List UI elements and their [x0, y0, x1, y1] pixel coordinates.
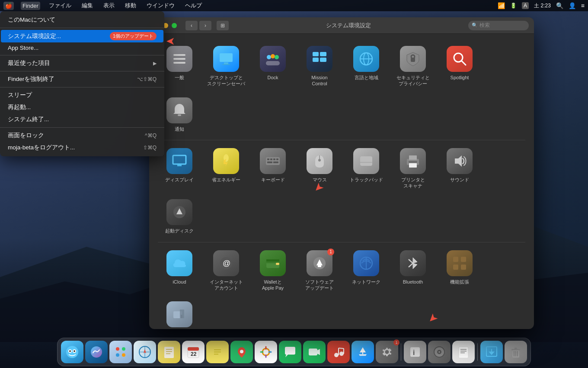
- spotlight-menubar-icon[interactable]: 🔍: [556, 2, 563, 9]
- dock-facetime[interactable]: [303, 341, 326, 363]
- dock-calendar[interactable]: 22: [182, 341, 205, 363]
- pref-item-network[interactable]: ネットワーク: [345, 247, 388, 295]
- battery-icon[interactable]: 🔋: [510, 3, 517, 9]
- user-portrait-icon[interactable]: 👤: [569, 2, 576, 9]
- annotation-arrow-menu: ➤: [167, 36, 175, 47]
- dock-diskutil[interactable]: [428, 341, 451, 363]
- svg-rect-23: [177, 165, 182, 166]
- dock-trash[interactable]: [505, 341, 527, 363]
- svg-point-127: [383, 349, 384, 351]
- pref-item-internet[interactable]: @ インターネットアカウント: [205, 247, 248, 295]
- menu-force-quit[interactable]: Finderを強制終了 ⌥⇧⌘Q: [1, 73, 163, 85]
- dock-downloads[interactable]: [480, 341, 503, 363]
- pref-item-security[interactable]: セキュリティとプライバシー: [391, 42, 435, 90]
- svg-point-9: [275, 55, 279, 59]
- svg-rect-48: [266, 259, 279, 261]
- menu-recent-items[interactable]: 最近使った項目 ▶: [1, 57, 163, 69]
- svg-rect-58: [453, 265, 458, 270]
- menubar-file[interactable]: ファイル: [47, 1, 73, 10]
- dock-stickies[interactable]: [206, 341, 229, 363]
- control-center-icon[interactable]: ≡: [581, 2, 585, 9]
- menu-logout[interactable]: moja-betaをログアウト... ⇧⌘Q: [1, 142, 163, 154]
- startup-icon: [166, 199, 192, 225]
- pref-item-startup[interactable]: 起動ディスク: [158, 196, 201, 237]
- back-button[interactable]: ‹: [185, 21, 198, 30]
- extension-icon: [447, 250, 473, 276]
- pref-item-extension[interactable]: 機能拡張: [438, 247, 481, 295]
- dock-launchpad[interactable]: [109, 341, 132, 363]
- dock-sysinfo[interactable]: i: [404, 341, 426, 363]
- dock-music[interactable]: [327, 341, 350, 363]
- svg-rect-116: [309, 349, 317, 355]
- general-label: 一般: [175, 74, 184, 81]
- pref-item-icloud[interactable]: iCloud: [158, 247, 201, 295]
- mission-icon: [307, 46, 332, 72]
- grid-view-button[interactable]: ⊞: [217, 21, 229, 30]
- dock-notes[interactable]: [158, 341, 180, 363]
- svg-rect-10: [313, 52, 319, 56]
- dock-textedit[interactable]: [452, 341, 475, 363]
- keyboard-input-icon[interactable]: A: [522, 2, 529, 9]
- menu-appstore[interactable]: App Store...: [1, 42, 163, 53]
- network-icon: [353, 250, 379, 276]
- pref-item-sharing[interactable]: 共有: [158, 298, 201, 329]
- menu-lock-screen[interactable]: 画面をロック ^⌘Q: [1, 129, 163, 142]
- trackpad-label: トラックパッド: [350, 177, 383, 183]
- syspref-window: ‹ › ⊞ システム環境設定 🔍 検索 一般: [149, 17, 534, 329]
- pref-item-general[interactable]: 一般: [158, 42, 201, 90]
- menubar-edit[interactable]: 編集: [80, 1, 95, 10]
- dock-maps[interactable]: [230, 341, 253, 363]
- pref-item-wallet[interactable]: WalletとApple Pay: [251, 247, 294, 295]
- svg-marker-117: [317, 349, 320, 355]
- menu-about-mac[interactable]: このMacについて: [1, 14, 163, 26]
- svg-point-93: [116, 353, 119, 357]
- menu-syspref[interactable]: システム環境設定... 1個のアップデート: [1, 30, 163, 42]
- menubar-finder[interactable]: Finder: [21, 2, 40, 10]
- svg-rect-21: [178, 114, 181, 116]
- menubar-window[interactable]: ウインドウ: [145, 1, 176, 10]
- pref-item-energy[interactable]: 省エネルギー: [205, 145, 248, 193]
- pref-item-software[interactable]: 1 ソフトウェアアップデート: [298, 247, 341, 295]
- menu-separator-5: [0, 127, 164, 128]
- svg-point-132: [383, 354, 385, 355]
- menubar-go[interactable]: 移動: [123, 1, 138, 10]
- pref-item-spotlight[interactable]: Spotlight: [438, 42, 481, 90]
- pref-item-notification[interactable]: 通知: [158, 94, 201, 136]
- pref-item-language[interactable]: 言語と地域: [345, 42, 388, 90]
- menu-restart[interactable]: 再起動...: [1, 101, 163, 113]
- search-field[interactable]: 🔍 検索: [468, 21, 529, 30]
- dock-safari[interactable]: [134, 341, 156, 363]
- mouse-icon: [307, 148, 332, 174]
- dock-syspref[interactable]: 1: [376, 341, 398, 363]
- pref-item-keyboard[interactable]: キーボード: [251, 145, 294, 193]
- pref-item-dock[interactable]: Dock: [251, 42, 294, 90]
- pref-item-mission[interactable]: MissionControl: [298, 42, 341, 90]
- menubar-view[interactable]: 表示: [102, 1, 116, 10]
- svg-rect-1: [173, 58, 185, 60]
- svg-rect-2: [173, 62, 185, 64]
- svg-point-118: [334, 353, 339, 357]
- menu-sleep[interactable]: スリープ: [1, 89, 163, 101]
- svg-point-110: [240, 350, 243, 353]
- dock-finder[interactable]: [61, 341, 83, 363]
- menubar-left: 🍎 Finder ファイル 編集 表示 移動 ウインドウ ヘルプ: [3, 1, 204, 10]
- pref-item-trackpad[interactable]: トラックパッド: [345, 145, 388, 193]
- pref-item-printer[interactable]: プリンタとスキャナ: [391, 145, 435, 193]
- apple-menu-trigger[interactable]: 🍎: [3, 2, 14, 10]
- forward-button[interactable]: ›: [199, 21, 211, 30]
- pref-item-sound[interactable]: サウンド: [438, 145, 481, 193]
- dock-messages[interactable]: [279, 341, 301, 363]
- window-maximize-button[interactable]: [172, 23, 177, 28]
- pref-item-bluetooth[interactable]: Bluetooth: [391, 247, 435, 295]
- menubar-help[interactable]: ヘルプ: [183, 1, 204, 10]
- notification-label: 通知: [175, 126, 184, 132]
- pref-item-desktop[interactable]: デスクトップとスクリーンセーバ: [205, 42, 248, 90]
- dock-siri[interactable]: [85, 341, 108, 363]
- svg-rect-28: [270, 158, 272, 160]
- software-update-icon: 1: [307, 250, 332, 276]
- dock-appstore[interactable]: [352, 341, 374, 363]
- dock-photos[interactable]: [255, 341, 277, 363]
- pref-item-display[interactable]: ディスプレイ: [158, 145, 201, 193]
- wifi-icon[interactable]: 📶: [498, 2, 505, 9]
- menu-shutdown[interactable]: システム終了...: [1, 113, 163, 126]
